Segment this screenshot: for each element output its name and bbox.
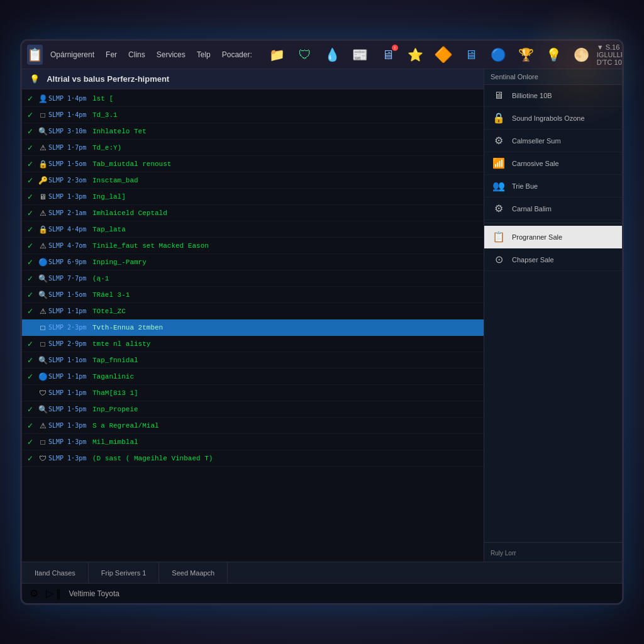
task-name: Inping_-Pamry (92, 258, 479, 266)
toolbar-icon-news[interactable]: 📰 (349, 43, 372, 66)
right-panel-header: Sentinal Onlore (484, 69, 622, 85)
task-row[interactable]: ✓□SLMP 1·3pmMil_mimblal (22, 434, 484, 450)
task-time: SLMP 1·1pm (48, 308, 92, 314)
task-row[interactable]: ✓🛡SLMP 1·3pm(D sast ( Mageihle Vinbaed T… (22, 450, 484, 467)
task-check-icon: ✓ (27, 405, 37, 414)
toolbar-icon-yellow[interactable]: 🌕 (570, 43, 593, 66)
task-type-icon: 🔒 (37, 160, 48, 169)
task-name: Inp_Propeie (92, 406, 479, 413)
task-row[interactable]: ✓🔍SLMP 7·7pm(ą·1 (22, 270, 484, 287)
task-name: Imhlaiceld Ceptald (92, 209, 479, 217)
task-type-icon: 🔒 (37, 225, 48, 234)
menu-item-services[interactable]: Services (153, 49, 189, 60)
play-icon[interactable]: ▷ ‖ (46, 587, 61, 599)
task-row[interactable]: ✓🔍SLMP 1·1omTap_fnnidal (22, 352, 484, 369)
task-row[interactable]: □SLMP 2·3pmTvth-Ennua 2tmben (22, 319, 484, 336)
task-name: Td_3.1 (92, 111, 479, 119)
toolbar-icon-drop[interactable]: 💧 (321, 43, 344, 66)
task-row[interactable]: ✓🔒SLMP 1·5omTab_miutdal renoust (22, 156, 484, 172)
task-time: SLMP 1·5om (48, 160, 92, 167)
task-row[interactable]: ✓□SLMP 1·4pmTd_3.1 (22, 107, 484, 123)
task-list[interactable]: ✓👤SLMP 1·4pmlst [✓□SLMP 1·4pmTd_3.1✓🔍SLM… (22, 89, 484, 562)
task-check-icon: ✓ (27, 127, 37, 136)
settings-icon[interactable]: ⚙ (30, 587, 38, 599)
toolbar-icon-monitor[interactable]: 🖥 ! (377, 43, 399, 66)
toolbar-icon-bulb[interactable]: 💡 (543, 43, 565, 66)
task-check-icon: ✓ (27, 356, 37, 365)
task-time: SLMP 4·4pm (48, 226, 92, 233)
menu-item-pocader[interactable]: Pocader: (218, 49, 256, 60)
task-check-icon: ✓ (27, 176, 37, 185)
right-panel-title: Sentinal Onlore (491, 73, 538, 80)
task-row[interactable]: ✓⚠SLMP 1·7pmTd_e:Y) (22, 140, 484, 156)
task-row[interactable]: ✓🔑SLMP 2·3omInsctam_bad (22, 172, 484, 189)
task-row[interactable]: ✓🔵SLMP 6·9pmInping_-Pamry (22, 254, 484, 270)
task-type-icon: 🔍 (37, 291, 48, 299)
menu-item-fer[interactable]: Fer (102, 49, 121, 60)
task-name: S a Regreal/Mial (92, 422, 479, 430)
task-row[interactable]: ✓⚠SLMP 2·1amImhlaiceld Ceptald (22, 205, 484, 221)
task-row[interactable]: ✓□SLMP 2·9pmtmte nl alisty (22, 336, 484, 352)
task-type-icon: ⚠ (37, 143, 48, 152)
task-type-icon: 🛡 (37, 389, 48, 397)
right-menu-item[interactable]: 📶Carnosive Sale (484, 152, 622, 175)
task-row[interactable]: ✓⚠SLMP 1·1pmTOtel_ZC (22, 303, 484, 319)
bottom-tab-2[interactable]: Seed Maapch (159, 562, 228, 583)
task-row[interactable]: ✓🔵SLMP 1·1pmTaganlinic (22, 369, 484, 385)
task-time: SLMP 2·3om (48, 177, 92, 184)
task-row[interactable]: ✓🔍SLMP 1·5pmInp_Propeie (22, 401, 484, 418)
task-check-icon: ✓ (27, 225, 37, 234)
task-row[interactable]: 🛡SLMP 1·1pmThaM[813 1] (22, 385, 484, 401)
task-check-icon: ✓ (27, 454, 37, 463)
bottom-tab-0[interactable]: Itand Chases (22, 562, 89, 583)
task-name: Td_e:Y) (92, 144, 479, 152)
right-menu-item[interactable]: 📋Progranner Sale (484, 226, 622, 248)
toolbar-icon-folder[interactable]: 📁 (266, 43, 289, 66)
bottom-tab-1[interactable]: Frip Serivers 1 (89, 562, 160, 583)
app-icon[interactable]: 📋 (27, 45, 43, 65)
task-check-icon: ✓ (27, 111, 37, 119)
right-menu-icon: 🔒 (492, 112, 506, 124)
task-type-icon: ⚠ (37, 242, 48, 250)
task-time: SLMP 7·7pm (48, 275, 92, 282)
task-name: Tab_miutdal renoust (92, 160, 479, 168)
right-menu-divider (484, 223, 622, 223)
task-row[interactable]: ✓⚠SLMP 1·3pmS a Regreal/Mial (22, 418, 484, 434)
task-time: SLMP 1·5om (48, 291, 92, 298)
right-menu-item[interactable]: 👥Trie Bue (484, 175, 622, 197)
task-row[interactable]: ✓🔒SLMP 4·4pmTap_lata (22, 221, 484, 238)
task-type-icon: 🖥 (37, 192, 48, 201)
task-time: SLMP 1·3pm (48, 422, 92, 429)
task-name: Tap_lata (92, 226, 479, 233)
menu-item-telp[interactable]: Telp (193, 49, 214, 60)
toolbar-icon-trophy[interactable]: 🏆 (515, 43, 538, 66)
task-name: tmte nl alisty (92, 340, 479, 348)
task-row[interactable]: ✓👤SLMP 1·4pmlst [ (22, 91, 484, 107)
task-row[interactable]: ✓🖥SLMP 1·3pmIng_lal] (22, 189, 484, 205)
task-row[interactable]: ✓🔍SLMP 1·5omTRáel 3-1 (22, 287, 484, 303)
task-row[interactable]: ✓⚠SLMP 4·7omTinile_faut set Macked Eason (22, 238, 484, 254)
right-menu-item[interactable]: ⚙Carnal Balim (484, 197, 622, 220)
toolbar-icon-star[interactable]: ⭐ (404, 43, 427, 66)
task-name: Insctam_bad (92, 177, 479, 184)
toolbar-icon-screen[interactable]: 🖥 (460, 43, 482, 66)
menu-item-oparnigement[interactable]: Opárnigerent (47, 49, 98, 60)
task-type-icon: 🔍 (37, 405, 48, 414)
task-type-icon: 🔍 (37, 356, 48, 365)
task-type-icon: 🔍 (37, 127, 48, 136)
task-time: SLMP 1·5pm (48, 406, 92, 413)
right-menu-item[interactable]: ⊙Chapser Sale (484, 248, 622, 271)
toolbar-icon-blue[interactable]: 🔵 (487, 43, 510, 66)
right-menu-item[interactable]: 🖥Billiotine 10B (484, 85, 622, 107)
toolbar-icon-arrow[interactable]: 🔶 (432, 43, 455, 66)
toolbar-icon-shield[interactable]: 🛡 (294, 43, 316, 66)
task-type-icon: ⚠ (37, 421, 48, 430)
right-menu-icon: ⚙ (492, 203, 506, 214)
right-menu-item[interactable]: ⚙Calmseller Sum (484, 130, 622, 152)
task-time: SLMP 4·7om (48, 242, 92, 249)
right-menu-item[interactable]: 🔒Sound Ingrabols Ozone (484, 107, 622, 130)
task-name: ThaM[813 1] (92, 389, 479, 397)
task-name: Tap_fnnidal (92, 357, 479, 364)
task-row[interactable]: ✓🔍SLMP 3·10mInhlatelo Tet (22, 123, 484, 140)
menu-item-clins[interactable]: Clins (125, 49, 149, 60)
